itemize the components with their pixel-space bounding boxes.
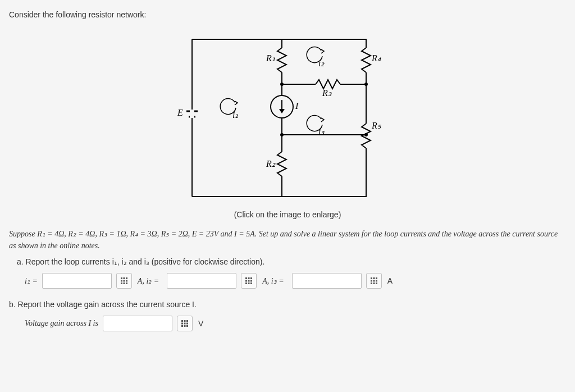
svg-rect-11 bbox=[121, 277, 122, 279]
keypad-icon[interactable] bbox=[116, 273, 132, 289]
label-i1: i₁ bbox=[232, 110, 238, 120]
svg-rect-19 bbox=[126, 282, 127, 284]
voltage-unit: V bbox=[198, 319, 203, 328]
svg-rect-23 bbox=[245, 280, 247, 282]
label-R4: R₄ bbox=[372, 53, 381, 63]
svg-rect-29 bbox=[371, 277, 372, 279]
svg-rect-21 bbox=[248, 277, 250, 279]
svg-rect-25 bbox=[250, 280, 252, 282]
label-I: I bbox=[295, 101, 298, 111]
svg-rect-17 bbox=[121, 282, 122, 284]
svg-rect-18 bbox=[123, 282, 125, 284]
svg-rect-37 bbox=[376, 282, 377, 284]
enlarge-hint: (Click on the image to enlarge) bbox=[234, 210, 341, 219]
svg-rect-32 bbox=[371, 280, 372, 282]
i1-input[interactable] bbox=[42, 273, 112, 289]
label-R1: R₁ bbox=[266, 53, 275, 63]
svg-rect-43 bbox=[186, 323, 188, 325]
svg-rect-28 bbox=[250, 282, 252, 284]
label-R2: R₂ bbox=[266, 158, 275, 169]
svg-rect-35 bbox=[371, 282, 372, 284]
svg-rect-45 bbox=[184, 325, 185, 327]
svg-rect-14 bbox=[121, 280, 122, 282]
svg-point-10 bbox=[365, 134, 367, 136]
svg-rect-39 bbox=[184, 320, 185, 322]
svg-rect-38 bbox=[181, 320, 183, 322]
voltage-input[interactable] bbox=[103, 316, 172, 331]
i3-input[interactable] bbox=[292, 273, 362, 289]
svg-rect-44 bbox=[181, 325, 183, 327]
answers-part-a: i₁ = A, i₂ = A, i₃ = A bbox=[25, 273, 566, 289]
circuit-svg bbox=[170, 28, 405, 208]
keypad-icon[interactable] bbox=[241, 273, 257, 289]
i1-label: i₁ = bbox=[25, 276, 38, 286]
svg-rect-31 bbox=[376, 277, 377, 279]
part-b-text: b. Report the voltage gain across the cu… bbox=[9, 300, 566, 309]
label-i3: i₃ bbox=[318, 126, 324, 137]
svg-rect-34 bbox=[376, 280, 377, 282]
end-unit-a: A bbox=[387, 276, 393, 285]
label-R5: R₅ bbox=[372, 120, 381, 131]
i2-input[interactable] bbox=[167, 273, 236, 289]
svg-rect-12 bbox=[123, 277, 125, 279]
svg-rect-27 bbox=[248, 282, 250, 284]
svg-rect-24 bbox=[248, 280, 250, 282]
intro-text: Consider the following resistor network: bbox=[9, 10, 566, 19]
answers-part-b: Voltage gain across I is V bbox=[25, 316, 566, 331]
svg-rect-15 bbox=[123, 280, 125, 282]
suppose-text: Suppose R₁ = 4Ω, R₂ = 4Ω, R₃ = 1Ω, R₄ = … bbox=[9, 228, 566, 252]
svg-rect-26 bbox=[245, 282, 247, 284]
i3-label: A, i₃ = bbox=[262, 276, 284, 286]
svg-rect-22 bbox=[250, 277, 252, 279]
i2-label: A, i₂ = bbox=[138, 276, 159, 286]
label-i2: i₂ bbox=[318, 58, 324, 69]
part-a-text: a. Report the loop currents i₁, i₂ and i… bbox=[17, 257, 566, 266]
svg-rect-42 bbox=[184, 323, 185, 325]
svg-rect-41 bbox=[181, 323, 183, 325]
svg-rect-20 bbox=[245, 277, 247, 279]
problem-container: Consider the following resistor network: bbox=[9, 10, 566, 331]
svg-rect-13 bbox=[126, 277, 127, 279]
svg-rect-40 bbox=[186, 320, 188, 322]
svg-rect-46 bbox=[186, 325, 188, 327]
keypad-icon[interactable] bbox=[366, 273, 382, 289]
voltage-label: Voltage gain across I is bbox=[25, 319, 98, 328]
circuit-diagram[interactable]: E i₁ I R₁ R₂ R₃ R₄ R₅ i₂ i₃ bbox=[170, 28, 405, 208]
keypad-icon[interactable] bbox=[177, 316, 193, 331]
svg-rect-33 bbox=[373, 280, 375, 282]
label-E: E bbox=[177, 108, 183, 118]
diagram-wrapper: E i₁ I R₁ R₂ R₃ R₄ R₅ i₂ i₃ (Click on th… bbox=[9, 25, 566, 221]
svg-rect-16 bbox=[126, 280, 127, 282]
svg-rect-36 bbox=[373, 282, 375, 284]
svg-rect-30 bbox=[373, 277, 375, 279]
label-R3: R₃ bbox=[322, 88, 331, 98]
